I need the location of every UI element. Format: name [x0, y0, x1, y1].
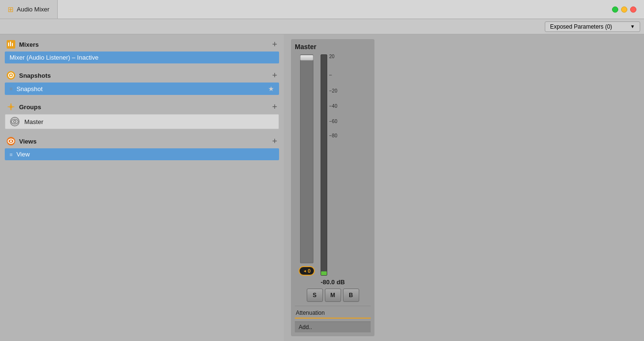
scale-dash1: – [329, 72, 337, 77]
window-title: Audio Mixer [17, 6, 50, 13]
left-panel: Mixers + Mixer (Audio Listener) – Inacti… [0, 34, 284, 341]
snapshot-item-label: Snapshot [16, 85, 42, 93]
snapshots-title-group: Snapshots [7, 71, 51, 80]
svg-rect-0 [8, 42, 9, 46]
snapshot-item-0[interactable]: ≡ Snapshot ★ [5, 83, 279, 95]
svg-point-12 [10, 140, 12, 142]
view-drag-handle-icon: ≡ [10, 152, 12, 157]
svg-point-4 [10, 74, 12, 76]
mixer-svg [8, 41, 14, 48]
db-readout: -80.0 dB [295, 279, 371, 286]
attenuation-section: Attenuation [295, 306, 371, 320]
groups-section-label: Groups [19, 103, 41, 111]
right-panel: Master ◄ 0 20 [284, 34, 644, 341]
traffic-light-green[interactable] [612, 6, 618, 12]
svg-rect-1 [10, 41, 11, 46]
scale-minus60: −60 [329, 119, 337, 124]
mixers-icon [7, 40, 15, 49]
snapshots-add-button[interactable]: + [272, 71, 277, 80]
vu-meter-level [321, 271, 327, 275]
group-eye-icon [10, 117, 20, 126]
view-item-0[interactable]: ≡ View [5, 148, 279, 160]
views-svg [7, 137, 15, 145]
fader-arrow-icon: ◄ [303, 269, 307, 273]
traffic-light-red[interactable] [630, 6, 636, 12]
groups-header: Groups + [5, 102, 279, 112]
views-icon [7, 137, 15, 145]
fader-container[interactable]: ◄ 0 [295, 54, 319, 276]
mixer-icon-title: ⊞ [8, 5, 14, 14]
views-header: Views + [5, 136, 279, 146]
drag-handle-icon: ≡ [10, 86, 12, 92]
snapshot-star-icon[interactable]: ★ [268, 85, 274, 93]
fader-value-badge: ◄ 0 [299, 266, 315, 276]
groups-section: Groups + Master [5, 102, 279, 129]
scale-20: 20 [329, 54, 337, 59]
views-add-button[interactable]: + [272, 137, 277, 145]
groups-title-group: Groups [7, 103, 41, 111]
scale-labels: 20 – −20 −40 −60 −80 [329, 54, 337, 276]
svg-point-10 [14, 121, 16, 123]
fader-knob[interactable] [300, 55, 313, 61]
snapshots-section: Snapshots + ≡ Snapshot ★ [5, 70, 279, 95]
title-bar: ⊞ Audio Mixer [0, 0, 644, 19]
group-item-label: Master [24, 118, 43, 125]
mixers-header: Mixers + [5, 39, 279, 50]
scale-minus20: −20 [329, 89, 337, 93]
mixers-section-label: Mixers [19, 41, 39, 48]
main-content: Mixers + Mixer (Audio Listener) – Inacti… [0, 34, 644, 341]
add-effect-button[interactable]: Add.. [295, 321, 371, 332]
eye-svg [11, 119, 19, 124]
exposed-params-arrow: ▼ [630, 24, 635, 29]
master-channel: Master ◄ 0 20 [291, 39, 374, 336]
svg-rect-2 [12, 43, 13, 46]
views-section-label: Views [19, 138, 37, 145]
scale-minus80: −80 [329, 134, 337, 138]
scale-minus40: −40 [329, 104, 337, 109]
exposed-params-label: Exposed Parameters (0) [550, 23, 612, 30]
groups-icon [7, 103, 15, 111]
mixers-add-button[interactable]: + [272, 40, 277, 49]
snapshots-section-label: Snapshots [19, 72, 51, 79]
fader-value: 0 [308, 268, 311, 274]
channel-title: Master [295, 43, 371, 51]
mixers-title-group: Mixers [7, 40, 39, 49]
svg-point-6 [10, 105, 12, 108]
mixers-section: Mixers + Mixer (Audio Listener) – Inacti… [5, 39, 279, 63]
toolbar: Exposed Parameters (0) ▼ [0, 19, 644, 34]
view-item-label: View [16, 151, 30, 158]
vu-meter [321, 54, 327, 276]
mixer-item-0[interactable]: Mixer (Audio Listener) – Inactive [5, 52, 279, 63]
attenuation-label: Attenuation [295, 308, 371, 319]
fader-track [300, 54, 313, 263]
snapshots-icon [7, 71, 15, 80]
snapshot-svg [8, 72, 14, 79]
exposed-params-button[interactable]: Exposed Parameters (0) ▼ [545, 21, 640, 32]
mute-button[interactable]: M [325, 289, 341, 302]
snapshots-header: Snapshots + [5, 70, 279, 81]
svg-point-9 [11, 119, 18, 124]
group-item-master[interactable]: Master [5, 114, 279, 129]
traffic-light-yellow[interactable] [621, 6, 627, 12]
bypass-button[interactable]: B [343, 289, 359, 302]
fader-area: ◄ 0 20 – −20 −40 −60 −80 [295, 54, 371, 276]
window-tab: ⊞ Audio Mixer [0, 0, 58, 19]
groups-svg [7, 103, 15, 111]
traffic-lights [612, 6, 636, 12]
mixer-item-label: Mixer (Audio Listener) – Inactive [10, 54, 98, 61]
solo-button[interactable]: S [307, 289, 323, 302]
views-title-group: Views [7, 137, 37, 145]
channel-buttons: S M B [295, 289, 371, 302]
snapshot-item-left: ≡ Snapshot [10, 85, 42, 93]
views-section: Views + ≡ View [5, 136, 279, 160]
groups-add-button[interactable]: + [272, 103, 277, 111]
